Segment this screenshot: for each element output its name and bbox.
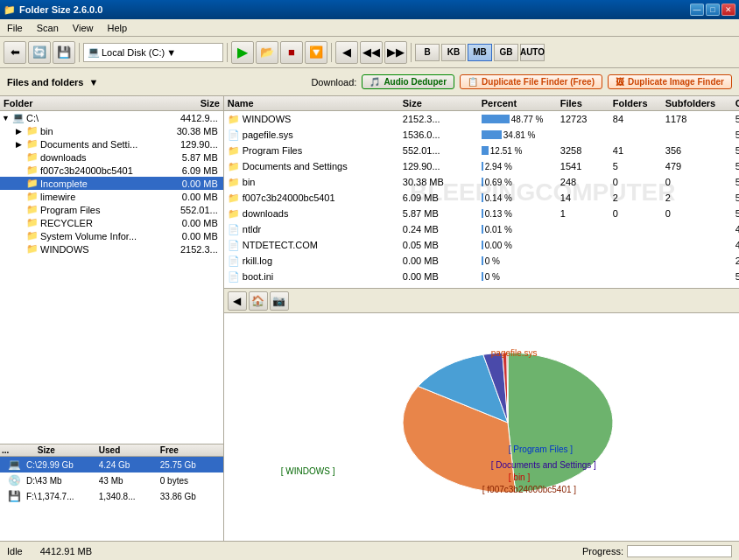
audio-icon: 🎵 — [370, 77, 380, 87]
file-size-cell: 30.38 MB — [403, 177, 482, 187]
file-row[interactable]: 📁 f007c3b24000bc5401 6.09 MB 0.14 % 14 2… — [224, 190, 739, 206]
col-name[interactable]: Name — [228, 98, 403, 108]
size-b-button[interactable]: B — [415, 44, 440, 61]
file-row[interactable]: 📁 RECYCLER 0.00 MB 0 % 5/22/200... — [224, 284, 739, 289]
tree-row[interactable]: ▶ 📁 bin 30.38 MB — [0, 124, 223, 137]
tree-size-header[interactable]: Size — [150, 98, 220, 108]
tree-row[interactable]: 📁 System Volume Infor... 0.00 MB — [0, 229, 223, 242]
tree-row[interactable]: 📁 downloads 5.87 MB — [0, 150, 223, 164]
file-name: downloads — [243, 208, 289, 219]
audio-deduper-button[interactable]: 🎵 Audio Deduper — [362, 74, 454, 89]
audio-deduper-label: Audio Deduper — [384, 77, 447, 87]
menu-item-file[interactable]: File — [4, 22, 26, 34]
drive-row[interactable]: 💻 C:\ 29.99 Gb 4.24 Gb 25.75 Gb — [0, 457, 223, 472]
file-list[interactable]: BLEEPINGCOMPUTER Name Size Percent Files… — [224, 96, 739, 289]
close-button[interactable]: ✕ — [721, 4, 735, 16]
file-percent-cell: 34.81 % — [482, 130, 560, 140]
tree-row[interactable]: 📁 RECYCLER 0.00 MB — [0, 216, 223, 229]
folder-icon: 📁 — [26, 151, 39, 163]
tree-row[interactable]: 📁 Program Files 552.01... — [0, 203, 223, 216]
tree-rows: ▼ 💻 C:\ 4412.9... ▶ 📁 bin 30.38 MB ▶ 📁 D… — [0, 111, 223, 256]
drive-size-header[interactable]: Size — [38, 445, 99, 455]
expand-icon[interactable]: ▶ — [16, 127, 25, 136]
tree-row[interactable]: ▼ 💻 C:\ 4412.9... — [0, 111, 223, 124]
address-text: Local Disk (C:) — [102, 47, 165, 58]
file-percent-cell: 0.01 % — [482, 225, 560, 234]
back-button[interactable]: ⬅ — [4, 41, 26, 64]
file-row[interactable]: 📁 bin 30.38 MB 0.69 % 248 0 0 5/22/200..… — [224, 174, 739, 190]
file-row[interactable]: 📁 Program Files 552.01... 12.51 % 3258 4… — [224, 143, 739, 158]
dup-image-button[interactable]: 🖼 Duplicate Image Finder — [608, 74, 732, 89]
drive-used-header[interactable]: Used — [99, 445, 160, 455]
menu-item-scan[interactable]: Scan — [33, 22, 62, 34]
ff-dropdown-arrow[interactable]: ▼ — [88, 77, 98, 88]
tree-row[interactable]: ▶ 📁 Documents and Setti... 129.90... — [0, 137, 223, 150]
save-button[interactable]: 💾 — [53, 41, 75, 64]
home-button[interactable]: 🏠 — [249, 291, 268, 311]
file-subfolders-cell: 479 — [665, 161, 735, 172]
size-gb-button[interactable]: GB — [494, 44, 518, 61]
camera-button[interactable]: 📷 — [270, 291, 289, 311]
col-size[interactable]: Size — [403, 98, 482, 108]
file-files-cell: 1541 — [560, 161, 613, 172]
col-percent[interactable]: Percent — [482, 98, 560, 108]
address-bar[interactable]: 💻 Local Disk (C:) ▼ — [83, 43, 223, 62]
toolbar: ⬅ 🔄 💾 💻 Local Disk (C:) ▼ ▶ 📂 ■ 🔽 ◀ ◀◀ ▶… — [0, 37, 739, 68]
col-subfolders[interactable]: Subfolders — [665, 98, 735, 108]
col-folders[interactable]: Folders — [613, 98, 665, 108]
file-row[interactable]: 📄 ntldr 0.24 MB 0.01 % 4/14/200... 4 — [224, 221, 739, 237]
file-files-cell: 14 — [560, 192, 613, 203]
maximize-button[interactable]: □ — [706, 4, 720, 16]
play-button[interactable]: ▶ — [231, 41, 254, 64]
tree-row[interactable]: 📁 limewire 0.00 MB — [0, 190, 223, 203]
dup-file-label: Duplicate File Finder (Free) — [482, 77, 595, 87]
chart-area: [ WINDOWS ]pagefile.sys[ Program Files ]… — [224, 313, 739, 541]
tree-row[interactable]: 📁 f007c3b24000bc5401 6.09 MB — [0, 164, 223, 177]
filter-button[interactable]: 🔽 — [305, 41, 327, 64]
open-folder-button[interactable]: 📂 — [256, 41, 278, 64]
drive-free-header[interactable]: Free — [160, 445, 222, 455]
file-name: ntldr — [243, 224, 261, 234]
file-type-icon: 📄 — [228, 271, 240, 283]
dup-file-button[interactable]: 📋 Duplicate File Finder (Free) — [460, 74, 602, 89]
file-row[interactable]: 📄 NTDETECT.COM 0.05 MB 0.00 % 4/14/200..… — [224, 237, 739, 253]
file-row[interactable]: 📁 Documents and Settings 129.90... 2.94 … — [224, 158, 739, 174]
col-files[interactable]: Files — [560, 98, 613, 108]
tree-item-size: 4412.9... — [151, 113, 222, 123]
minimize-button[interactable]: — — [690, 4, 704, 16]
drive-row[interactable]: 💿 D:\ 43 Mb 43 Mb 0 bytes — [0, 472, 223, 488]
drive-size-value: 1,374.7... — [38, 492, 99, 501]
file-size-cell: 2152.3... — [403, 114, 482, 124]
tree-folder-header[interactable]: Folder — [4, 98, 150, 108]
percent-text: 0.00 % — [485, 241, 512, 250]
dropdown-arrow[interactable]: ▼ — [166, 47, 176, 58]
size-auto-button[interactable]: AUTO — [520, 44, 545, 61]
nav-back-button[interactable]: ◀◀ — [360, 41, 383, 64]
nav-fwd-button[interactable]: ▶▶ — [384, 41, 407, 64]
tree-name-cell: 📁 limewire — [2, 191, 151, 202]
col-created[interactable]: Created — [735, 98, 739, 108]
file-row[interactable]: 📄 rkill.log 0.00 MB 0 % 2/5/2010... 2 — [224, 253, 739, 269]
nav-prev-button[interactable]: ◀ — [335, 41, 358, 64]
file-size-cell: 129.90... — [403, 161, 482, 172]
stop-button[interactable]: ■ — [280, 41, 303, 64]
file-row[interactable]: 📁 WINDOWS 2152.3... 48.77 % 12723 84 117… — [224, 111, 739, 127]
file-row[interactable]: 📄 boot.ini 0.00 MB 0 % 5/22/200... 5 — [224, 269, 739, 284]
refresh-button[interactable]: 🔄 — [28, 41, 51, 64]
size-mb-button[interactable]: MB — [468, 44, 492, 61]
file-row[interactable]: 📁 downloads 5.87 MB 0.13 % 1 0 0 5/22/20… — [224, 206, 739, 221]
expand-icon[interactable]: ▶ — [16, 140, 25, 149]
tree-item-name: limewire — [40, 192, 75, 202]
size-kb-button[interactable]: KB — [441, 44, 466, 61]
drive-panel[interactable]: ... Size Used Free 💻 C:\ 29.99 Gb 4.24 G… — [0, 444, 223, 541]
tree-row[interactable]: 📁 Incomplete 0.00 MB — [0, 177, 223, 190]
menu-item-help[interactable]: Help — [103, 22, 130, 34]
percent-bar — [482, 272, 483, 281]
expand-icon[interactable]: ▼ — [2, 114, 11, 122]
scroll-left-button[interactable]: ◀ — [228, 291, 247, 311]
menu-item-view[interactable]: View — [69, 22, 97, 34]
file-row[interactable]: 📄 pagefile.sys 1536.0... 34.81 % 5/22/20… — [224, 127, 739, 143]
drive-row[interactable]: 💾 F:\ 1,374.7... 1,340.8... 33.86 Gb — [0, 488, 223, 504]
tree-row[interactable]: 📁 WINDOWS 2152.3... — [0, 242, 223, 256]
tree-view[interactable]: Folder Size ▼ 💻 C:\ 4412.9... ▶ 📁 bin 30… — [0, 96, 223, 444]
